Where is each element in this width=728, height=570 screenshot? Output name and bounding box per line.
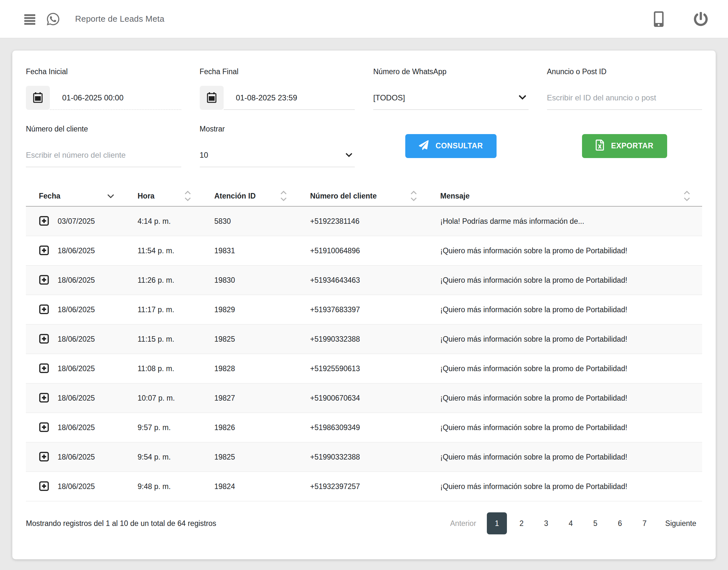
pagination-page[interactable]: 6 <box>608 512 632 534</box>
table-row: 18/06/2025 9:57 p. m. 19826 +51986309349… <box>26 413 702 443</box>
chevron-down-icon <box>518 93 527 102</box>
table-row: 18/06/2025 11:15 p. m. 19825 +5199033238… <box>26 324 702 354</box>
expand-row-button[interactable] <box>39 275 49 286</box>
row-hora: 11:54 p. m. <box>138 247 214 255</box>
row-hora: 11:17 p. m. <box>138 305 214 314</box>
top-navbar: Reporte de Leads Meta <box>0 0 728 38</box>
plus-square-icon <box>39 245 49 257</box>
row-atencion-id: 5830 <box>214 217 310 226</box>
plus-square-icon <box>39 363 49 374</box>
column-header-numero-cliente[interactable]: Número del cliente <box>310 191 440 202</box>
table-header-row: Fecha Hora Atención ID <box>26 186 702 207</box>
row-hora: 10:07 p. m. <box>138 394 214 402</box>
numero-whatsapp-select[interactable]: [TODOS] <box>373 86 529 110</box>
pagination-pages: 1 2 3 4 5 6 7 <box>485 512 657 534</box>
table-row: 18/06/2025 11:54 p. m. 19831 +5191006489… <box>26 236 702 266</box>
mobile-icon[interactable] <box>654 11 664 27</box>
expand-row-button[interactable] <box>39 452 49 463</box>
pagination-page[interactable]: 1 <box>487 512 507 534</box>
plus-square-icon <box>39 452 49 463</box>
fecha-final-calendar-button[interactable] <box>200 86 224 110</box>
fecha-inicial-input[interactable] <box>50 86 181 110</box>
menu-icon[interactable] <box>23 13 36 25</box>
mostrar-select[interactable]: 10 <box>200 143 355 167</box>
page-title: Reporte de Leads Meta <box>75 14 164 24</box>
power-icon[interactable] <box>694 12 708 26</box>
expand-row-button[interactable] <box>39 392 49 404</box>
table-row: 03/07/2025 4:14 p. m. 5830 +51922381146 … <box>26 207 702 236</box>
anuncio-post-id-input[interactable] <box>547 86 702 110</box>
exportar-label: EXPORTAR <box>611 141 654 150</box>
consultar-label: CONSULTAR <box>436 141 483 150</box>
expand-row-button[interactable] <box>39 216 49 227</box>
column-header-fecha[interactable]: Fecha <box>26 192 138 201</box>
row-fecha: 18/06/2025 <box>58 276 95 285</box>
plus-square-icon <box>39 216 49 227</box>
field-numero-whatsapp: Número de WhatsApp [TODOS] <box>373 67 529 110</box>
row-mensaje: ¡Quiero más información sobre la promo d… <box>440 305 702 314</box>
row-numero-cliente: +51990332388 <box>310 335 440 344</box>
pagination-page[interactable]: 2 <box>509 512 534 534</box>
paper-plane-icon <box>419 140 429 152</box>
exportar-button[interactable]: EXPORTAR <box>582 134 667 158</box>
table-body: 03/07/2025 4:14 p. m. 5830 +51922381146 … <box>26 207 702 501</box>
column-header-hora[interactable]: Hora <box>138 191 214 202</box>
mostrar-label: Mostrar <box>200 125 355 133</box>
expand-row-button[interactable] <box>39 245 49 257</box>
table-row: 18/06/2025 10:07 p. m. 19827 +5190067063… <box>26 383 702 413</box>
row-fecha: 18/06/2025 <box>58 394 95 402</box>
table-row: 18/06/2025 11:08 p. m. 19828 +5192559061… <box>26 354 702 383</box>
row-numero-cliente: +51986309349 <box>310 423 440 432</box>
row-fecha: 18/06/2025 <box>58 364 95 373</box>
row-mensaje: ¡Quiero más información sobre la promo d… <box>440 276 702 285</box>
column-header-atencion-id[interactable]: Atención ID <box>214 191 310 202</box>
row-hora: 4:14 p. m. <box>138 217 214 226</box>
expand-row-button[interactable] <box>39 304 49 315</box>
numero-whatsapp-label: Número de WhatsApp <box>373 67 529 76</box>
expand-row-button[interactable] <box>39 334 49 345</box>
row-mensaje: ¡Quiero más información sobre la promo d… <box>440 482 702 491</box>
row-hora: 9:57 p. m. <box>138 423 214 432</box>
numero-cliente-input[interactable] <box>26 143 181 167</box>
field-anuncio-post-id: Anuncio o Post ID <box>547 67 702 110</box>
expand-row-button[interactable] <box>39 422 49 433</box>
pagination-previous[interactable]: Anterior <box>450 519 477 528</box>
chevron-down-icon <box>345 151 353 160</box>
fecha-inicial-calendar-button[interactable] <box>26 86 50 110</box>
pagination-page[interactable]: 4 <box>558 512 583 534</box>
row-hora: 11:26 p. m. <box>138 276 214 285</box>
row-numero-cliente: +51934643463 <box>310 276 440 285</box>
row-mensaje: ¡Quiero más información sobre la promo d… <box>440 335 702 344</box>
row-mensaje: ¡Quiero más información sobre la promo d… <box>440 247 702 255</box>
column-label: Número del cliente <box>310 192 377 201</box>
leads-table: Fecha Hora Atención ID <box>12 186 716 534</box>
field-fecha-inicial: Fecha Inicial <box>26 67 181 110</box>
row-fecha: 18/06/2025 <box>58 335 95 344</box>
expand-row-button[interactable] <box>39 363 49 374</box>
row-atencion-id: 19831 <box>214 247 310 255</box>
fecha-final-input[interactable] <box>224 86 355 110</box>
row-fecha: 03/07/2025 <box>58 217 95 226</box>
pagination-page[interactable]: 5 <box>583 512 608 534</box>
column-label: Mensaje <box>440 192 470 201</box>
expand-row-button[interactable] <box>39 481 49 492</box>
numero-whatsapp-value: [TODOS] <box>373 93 405 102</box>
table-row: 18/06/2025 11:17 p. m. 19829 +5193768339… <box>26 295 702 324</box>
pagination-page[interactable]: 3 <box>534 512 558 534</box>
consultar-button[interactable]: CONSULTAR <box>405 134 497 158</box>
row-hora: 11:15 p. m. <box>138 335 214 344</box>
pagination-page[interactable]: 7 <box>632 512 657 534</box>
row-hora: 11:08 p. m. <box>138 364 214 373</box>
mostrar-value: 10 <box>200 151 208 160</box>
plus-square-icon <box>39 392 49 404</box>
row-mensaje: ¡Quiero más información sobre la promo d… <box>440 394 702 402</box>
row-mensaje: ¡Quiero más información sobre la promo d… <box>440 364 702 373</box>
column-header-mensaje[interactable]: Mensaje <box>440 191 702 202</box>
sort-both-icon <box>184 191 192 202</box>
fecha-final-label: Fecha Final <box>200 67 355 76</box>
row-atencion-id: 19829 <box>214 305 310 314</box>
fecha-inicial-label: Fecha Inicial <box>26 67 181 76</box>
row-atencion-id: 19828 <box>214 364 310 373</box>
pagination-next[interactable]: Siguiente <box>665 519 696 528</box>
field-numero-cliente: Número del cliente <box>26 125 181 167</box>
